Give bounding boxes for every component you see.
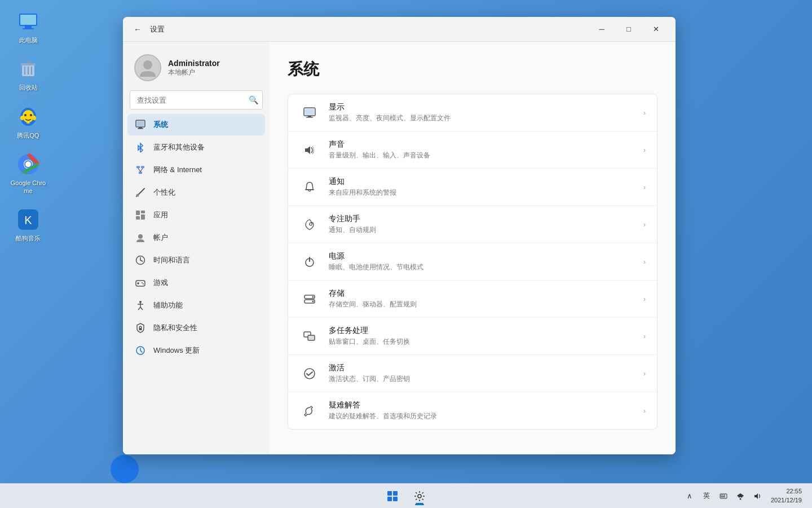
- settings-item-display[interactable]: 显示 监视器、亮度、夜间模式、显示配置文件 ›: [288, 94, 657, 132]
- maximize-button[interactable]: □: [616, 20, 642, 38]
- settings-item-text-focus: 专注助手 通知、自动规则: [329, 214, 639, 235]
- sidebar-item-system[interactable]: 系统: [127, 114, 265, 135]
- svg-point-38: [138, 234, 143, 239]
- window-controls: ─ □ ✕: [589, 20, 669, 38]
- settings-item-title-sound: 声音: [329, 139, 639, 150]
- desktop-icon-qq[interactable]: 腾讯QQ: [6, 101, 51, 143]
- settings-item-arrow-sound: ›: [643, 146, 646, 154]
- settings-item-title-activation: 激活: [329, 363, 639, 373]
- settings-item-notifications[interactable]: 通知 来自应用和系统的警报 ›: [288, 169, 657, 206]
- svg-rect-5: [21, 63, 36, 65]
- bluetooth-icon: [134, 141, 147, 154]
- taskbar-right: ∧ 英: [682, 486, 805, 506]
- desktop-icon-chrome[interactable]: Google Chrome: [6, 148, 51, 199]
- sidebar-item-label-bluetooth: 蓝牙和其他设备: [153, 142, 205, 152]
- sidebar-item-update[interactable]: Windows 更新: [127, 340, 265, 361]
- settings-taskbar-button[interactable]: [407, 486, 432, 506]
- computer-icon-label: 此电脑: [19, 36, 38, 44]
- svg-point-64: [312, 296, 314, 297]
- settings-item-subtitle-power: 睡眠、电池使用情况、节电模式: [329, 262, 639, 272]
- computer-icon: [16, 9, 41, 34]
- user-info: Administrator 本地帐户: [168, 59, 220, 77]
- settings-item-title-troubleshoot: 疑难解答: [329, 400, 639, 410]
- sidebar-item-privacy[interactable]: 隐私和安全性: [127, 317, 265, 339]
- settings-body: Administrator 本地帐户 🔍 系统 蓝牙和其他设备 网络 & Int…: [123, 42, 676, 454]
- sidebar-item-label-accessibility: 辅助功能: [153, 300, 183, 310]
- notifications-settings-icon: [299, 177, 320, 198]
- settings-item-subtitle-storage: 存储空间、驱动器、配置规则: [329, 300, 639, 309]
- settings-item-power[interactable]: 电源 睡眠、电池使用情况、节电模式 ›: [288, 243, 657, 281]
- tray-volume[interactable]: [749, 488, 765, 504]
- svg-marker-58: [305, 146, 310, 154]
- settings-item-title-storage: 存储: [329, 288, 639, 299]
- sidebar-item-time[interactable]: 时间和语言: [127, 249, 265, 271]
- activation-settings-icon: [299, 364, 320, 384]
- troubleshoot-settings-icon: [299, 401, 320, 421]
- page-title: 系统: [288, 59, 657, 80]
- focus-settings-icon: [299, 214, 320, 235]
- desktop: 此电脑 回收站: [0, 0, 812, 508]
- tray-network[interactable]: [732, 488, 748, 504]
- settings-item-subtitle-activation: 激活状态、订阅、产品密钥: [329, 374, 639, 384]
- back-button[interactable]: ←: [130, 21, 145, 37]
- display-settings-icon: [299, 103, 320, 123]
- svg-rect-28: [141, 166, 144, 168]
- recycle-icon: [16, 56, 41, 81]
- svg-rect-27: [136, 166, 140, 168]
- clock-time: 22:55: [771, 487, 802, 496]
- settings-item-focus[interactable]: 专注助手 通知、自动规则 ›: [288, 206, 657, 243]
- sidebar-item-label-accounts: 帐户: [153, 233, 168, 243]
- settings-window: ← 设置 ─ □ ✕: [123, 17, 676, 454]
- user-profile[interactable]: Administrator 本地帐户: [127, 49, 265, 90]
- svg-rect-55: [305, 108, 315, 115]
- sidebar-item-network[interactable]: 网络 & Internet: [127, 159, 265, 181]
- desktop-icon-kmusic[interactable]: K 酷狗音乐: [6, 204, 51, 246]
- svg-point-46: [143, 283, 144, 284]
- tray-keyboard[interactable]: [716, 488, 731, 504]
- search-input[interactable]: [130, 90, 263, 110]
- sidebar-item-label-update: Windows 更新: [153, 345, 200, 356]
- tray-chevron[interactable]: ∧: [682, 488, 698, 504]
- settings-item-sound[interactable]: 声音 音量级别、输出、输入、声音设备 ›: [288, 132, 657, 169]
- qq-icon-label: 腾讯QQ: [17, 132, 39, 139]
- settings-item-subtitle-focus: 通知、自动规则: [329, 225, 639, 235]
- close-button[interactable]: ✕: [643, 20, 669, 38]
- clock-date: 2021/12/19: [771, 496, 802, 505]
- settings-item-subtitle-multitasking: 贴靠窗口、桌面、任务切换: [329, 337, 639, 347]
- taskbar-datetime[interactable]: 22:55 2021/12/19: [767, 486, 805, 506]
- sidebar-item-label-privacy: 隐私和安全性: [153, 323, 197, 333]
- settings-item-multitasking[interactable]: 多任务处理 贴靠窗口、桌面、任务切换 ›: [288, 318, 657, 355]
- active-indicator: [416, 503, 423, 505]
- sidebar-item-bluetooth[interactable]: 蓝牙和其他设备: [127, 137, 265, 158]
- sidebar-item-accounts[interactable]: 帐户: [127, 227, 265, 248]
- minimize-button[interactable]: ─: [589, 20, 615, 38]
- svg-rect-74: [720, 494, 727, 498]
- qq-icon: [16, 104, 41, 129]
- system-tray-icons: ∧ 英: [682, 488, 765, 504]
- svg-rect-36: [136, 216, 140, 220]
- sidebar-item-label-personalization: 个性化: [153, 187, 175, 198]
- start-button[interactable]: [380, 486, 405, 506]
- settings-item-activation[interactable]: 激活 激活状态、订阅、产品密钥 ›: [288, 355, 657, 392]
- search-button[interactable]: 🔍: [249, 95, 258, 104]
- svg-rect-77: [724, 494, 725, 496]
- settings-item-troubleshoot[interactable]: 疑难解答 建议的疑难解答、首选项和历史记录 ›: [288, 392, 657, 429]
- svg-rect-35: [141, 211, 145, 213]
- sidebar-item-gaming[interactable]: 游戏: [127, 272, 265, 294]
- sidebar-item-accessibility[interactable]: 辅助功能: [127, 295, 265, 316]
- settings-item-text-notifications: 通知 来自应用和系统的警报: [329, 177, 639, 198]
- desktop-icon-recycle[interactable]: 回收站: [6, 53, 51, 95]
- settings-item-text-display: 显示 监视器、亮度、夜间模式、显示配置文件: [329, 102, 639, 123]
- multitasking-settings-icon: [299, 326, 320, 347]
- window-title: 设置: [150, 24, 165, 34]
- desktop-icon-computer[interactable]: 此电脑: [6, 6, 51, 47]
- settings-item-storage[interactable]: 存储 存储空间、驱动器、配置规则 ›: [288, 281, 657, 318]
- settings-list: 显示 监视器、亮度、夜间模式、显示配置文件 › 声音 音量级别、输出、输入、声音…: [288, 94, 657, 430]
- title-bar: ← 设置 ─ □ ✕: [123, 17, 676, 42]
- svg-point-45: [142, 282, 143, 283]
- svg-marker-80: [754, 493, 758, 499]
- sidebar-item-apps[interactable]: 应用: [127, 204, 265, 226]
- tray-lang[interactable]: 英: [699, 488, 714, 504]
- svg-rect-2: [25, 26, 32, 28]
- sidebar-item-personalization[interactable]: 个性化: [127, 182, 265, 203]
